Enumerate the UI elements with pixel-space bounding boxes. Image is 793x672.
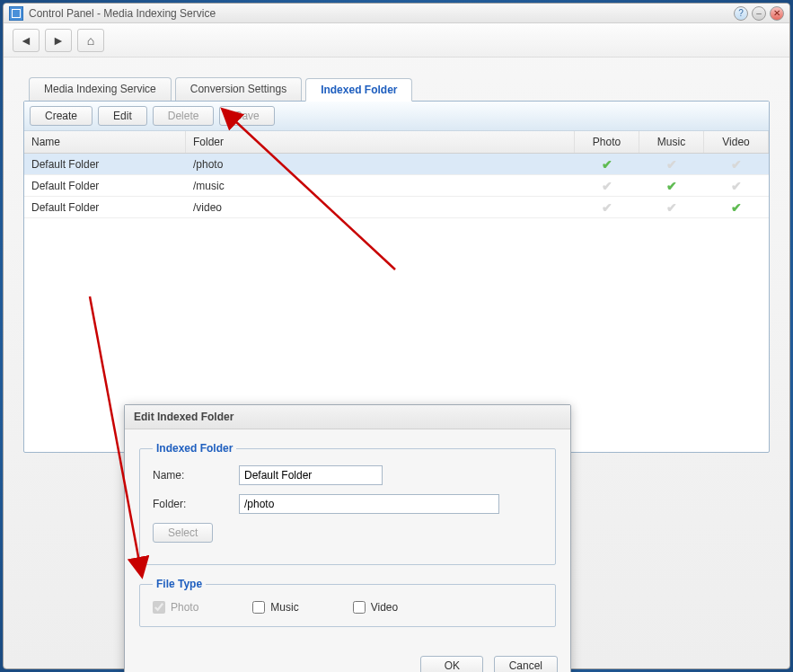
titlebar: Control Panel - Media Indexing Service ?… bbox=[4, 4, 789, 23]
forward-button[interactable]: ► bbox=[45, 29, 72, 52]
check-icon: ✔ bbox=[602, 200, 612, 215]
dialog-footer: OK Cancel bbox=[125, 647, 570, 672]
check-icon: ✔ bbox=[666, 179, 677, 193]
dialog-body: Indexed Folder Name: Folder: Select File… bbox=[125, 429, 570, 647]
select-button[interactable]: Select bbox=[153, 523, 213, 543]
close-button[interactable]: ✕ bbox=[770, 6, 784, 21]
panel: Create Edit Delete Save Name Folder Phot… bbox=[23, 101, 770, 453]
checkbox-music-label: Music bbox=[270, 601, 298, 614]
save-button[interactable]: Save bbox=[219, 106, 274, 126]
table-row[interactable]: Default Folder /music ✔ ✔ ✔ bbox=[24, 175, 769, 197]
table-row[interactable]: Default Folder /photo ✔ ✔ ✔ bbox=[24, 154, 769, 175]
cell-name: Default Folder bbox=[24, 199, 186, 217]
home-icon: ⌂ bbox=[87, 33, 94, 48]
name-input[interactable] bbox=[239, 465, 383, 485]
cell-folder: /music bbox=[186, 177, 575, 195]
table-row[interactable]: Default Folder /video ✔ ✔ ✔ bbox=[24, 197, 769, 218]
check-icon: ✔ bbox=[602, 179, 612, 193]
cell-video: ✔ bbox=[704, 155, 769, 174]
edit-button[interactable]: Edit bbox=[98, 106, 147, 126]
cell-music: ✔ bbox=[639, 198, 704, 217]
dialog-title: Edit Indexed Folder bbox=[125, 405, 570, 429]
delete-button[interactable]: Delete bbox=[153, 106, 215, 126]
app-icon bbox=[9, 6, 23, 21]
cell-video: ✔ bbox=[704, 198, 769, 217]
check-icon: ✔ bbox=[666, 200, 677, 215]
checkbox-music[interactable]: Music bbox=[252, 601, 298, 614]
tab-conversion-settings[interactable]: Conversion Settings bbox=[175, 77, 302, 101]
table-header: Name Folder Photo Music Video bbox=[24, 131, 769, 154]
legend-indexed-folder: Indexed Folder bbox=[153, 442, 236, 455]
col-music[interactable]: Music bbox=[639, 131, 704, 153]
cancel-button[interactable]: Cancel bbox=[494, 656, 558, 672]
tabs: Media Indexing Service Conversion Settin… bbox=[29, 77, 770, 101]
check-icon: ✔ bbox=[731, 200, 742, 215]
navbar: ◄ ► ⌂ bbox=[4, 23, 789, 57]
check-icon: ✔ bbox=[731, 157, 742, 172]
checkbox-music-input[interactable] bbox=[252, 601, 265, 614]
cell-photo: ✔ bbox=[575, 155, 639, 174]
legend-file-type: File Type bbox=[153, 578, 206, 590]
cell-photo: ✔ bbox=[575, 198, 639, 217]
help-button[interactable]: ? bbox=[734, 6, 748, 21]
cell-music: ✔ bbox=[639, 176, 704, 196]
checkbox-video-label: Video bbox=[371, 601, 398, 614]
edit-dialog: Edit Indexed Folder Indexed Folder Name:… bbox=[124, 404, 571, 672]
cell-name: Default Folder bbox=[24, 155, 186, 173]
arrow-left-icon: ◄ bbox=[20, 33, 32, 48]
cell-video: ✔ bbox=[704, 176, 769, 196]
cell-folder: /photo bbox=[186, 155, 575, 173]
ok-button[interactable]: OK bbox=[420, 656, 483, 672]
home-button[interactable]: ⌂ bbox=[77, 29, 104, 52]
checkbox-photo: Photo bbox=[153, 601, 198, 614]
fieldset-indexed-folder: Indexed Folder Name: Folder: Select bbox=[139, 442, 556, 565]
checkbox-photo-label: Photo bbox=[171, 601, 198, 614]
checkbox-video-input[interactable] bbox=[353, 601, 366, 614]
fieldset-file-type: File Type Photo Music Video bbox=[139, 578, 556, 627]
window-title: Control Panel - Media Indexing Service bbox=[29, 7, 734, 20]
col-name[interactable]: Name bbox=[24, 131, 186, 153]
col-photo[interactable]: Photo bbox=[575, 131, 639, 153]
checkbox-photo-input bbox=[153, 601, 165, 614]
cell-name: Default Folder bbox=[24, 177, 186, 195]
create-button[interactable]: Create bbox=[30, 106, 93, 126]
check-icon: ✔ bbox=[731, 179, 742, 193]
check-icon: ✔ bbox=[666, 157, 677, 172]
back-button[interactable]: ◄ bbox=[13, 29, 40, 52]
tab-media-indexing[interactable]: Media Indexing Service bbox=[29, 77, 172, 101]
folder-input[interactable] bbox=[239, 494, 499, 514]
arrow-right-icon: ► bbox=[52, 33, 65, 48]
cell-photo: ✔ bbox=[575, 176, 639, 196]
tab-indexed-folder[interactable]: Indexed Folder bbox=[305, 78, 412, 102]
table-body: Default Folder /photo ✔ ✔ ✔ Default Fold… bbox=[24, 154, 769, 218]
col-video[interactable]: Video bbox=[704, 131, 769, 153]
col-folder[interactable]: Folder bbox=[186, 131, 575, 153]
folder-label: Folder: bbox=[153, 498, 239, 510]
cell-folder: /video bbox=[186, 199, 575, 217]
toolbar: Create Edit Delete Save bbox=[24, 102, 769, 131]
minimize-button[interactable]: – bbox=[752, 6, 766, 21]
checkbox-video[interactable]: Video bbox=[353, 601, 398, 614]
name-label: Name: bbox=[153, 469, 239, 482]
check-icon: ✔ bbox=[602, 157, 612, 172]
cell-music: ✔ bbox=[639, 155, 704, 174]
